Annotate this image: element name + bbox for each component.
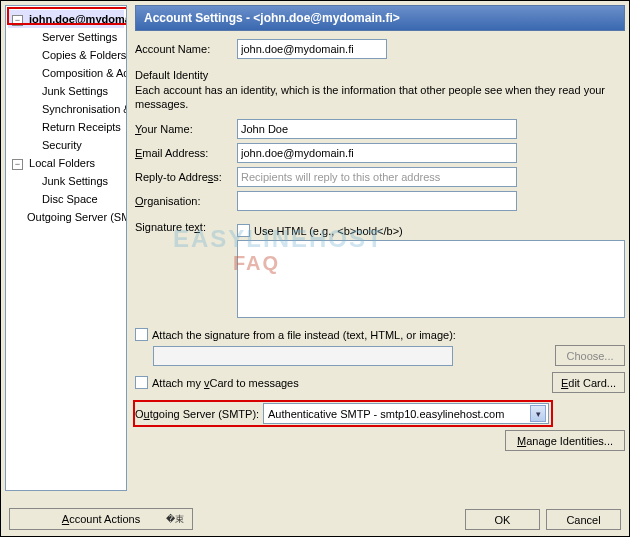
sidebar-item-lf-disc[interactable]: Disc Space bbox=[8, 190, 124, 208]
choose-button[interactable]: Choose... bbox=[555, 345, 625, 366]
reply-to-input[interactable] bbox=[237, 167, 517, 187]
default-identity-label: Default Identity bbox=[135, 69, 625, 81]
panel-title: Account Settings - <john.doe@mydomain.fi… bbox=[135, 5, 625, 31]
account-email-label: john.doe@mydomain.fi bbox=[29, 13, 127, 25]
signature-textarea[interactable] bbox=[237, 240, 625, 318]
ok-button[interactable]: OK bbox=[465, 509, 540, 530]
outgoing-server-value: Authenticative SMTP - smtp10.easylinehos… bbox=[268, 408, 504, 420]
organisation-input[interactable] bbox=[237, 191, 517, 211]
use-html-checkbox[interactable] bbox=[237, 224, 250, 237]
cancel-button[interactable]: Cancel bbox=[546, 509, 621, 530]
account-name-label: Account Name: bbox=[135, 43, 237, 55]
sidebar-item-junk[interactable]: Junk Settings bbox=[8, 82, 124, 100]
attach-sig-checkbox[interactable] bbox=[135, 328, 148, 341]
reply-to-label: Reply-to Address: bbox=[135, 171, 237, 183]
attach-sig-path-input bbox=[153, 346, 453, 366]
email-label: Email Address: bbox=[135, 147, 237, 159]
your-name-label: Your Name: bbox=[135, 123, 237, 135]
sidebar-item-lf-junk[interactable]: Junk Settings bbox=[8, 172, 124, 190]
collapse-icon[interactable]: − bbox=[12, 159, 23, 170]
sidebar-account-root[interactable]: − john.doe@mydomain.fi bbox=[8, 10, 124, 28]
sidebar-item-copies-folders[interactable]: Copies & Folders bbox=[8, 46, 124, 64]
email-input[interactable] bbox=[237, 143, 517, 163]
outgoing-server-label: Outgoing Server (SMTP): bbox=[135, 408, 263, 420]
local-folders-label: Local Folders bbox=[29, 157, 95, 169]
collapse-icon[interactable]: − bbox=[12, 15, 23, 26]
attach-vcard-checkbox[interactable] bbox=[135, 376, 148, 389]
use-html-label: Use HTML (e.g., <b>bold</b>) bbox=[254, 225, 403, 237]
caret-down-icon: �束 bbox=[166, 513, 184, 526]
sidebar-item-sync-storage[interactable]: Synchronisation & Storage bbox=[8, 100, 124, 118]
attach-sig-label: Attach the signature from a file instead… bbox=[152, 329, 456, 341]
signature-label: Signature text: bbox=[135, 221, 237, 233]
outgoing-row: Outgoing Server (SMTP): Authenticative S… bbox=[135, 403, 625, 424]
organisation-label: Organisation: bbox=[135, 195, 237, 207]
chevron-down-icon: ▾ bbox=[530, 405, 546, 422]
outgoing-server-select[interactable]: Authenticative SMTP - smtp10.easylinehos… bbox=[263, 403, 549, 424]
sidebar-item-return-receipts[interactable]: Return Receipts bbox=[8, 118, 124, 136]
account-tree: − john.doe@mydomain.fi Server Settings C… bbox=[5, 5, 127, 491]
identity-hint: Each account has an identity, which is t… bbox=[135, 83, 625, 111]
sidebar-item-security[interactable]: Security bbox=[8, 136, 124, 154]
sidebar-item-composition[interactable]: Composition & Addressing bbox=[8, 64, 124, 82]
sidebar-local-folders[interactable]: − Local Folders bbox=[8, 154, 124, 172]
attach-vcard-label: Attach my vCard to messages bbox=[152, 377, 299, 389]
sidebar-item-server-settings[interactable]: Server Settings bbox=[8, 28, 124, 46]
sidebar-outgoing-server[interactable]: Outgoing Server (SMTP) bbox=[8, 208, 124, 226]
manage-identities-button[interactable]: Manage Identities... bbox=[505, 430, 625, 451]
settings-panel: Account Settings - <john.doe@mydomain.fi… bbox=[133, 5, 625, 491]
account-actions-button[interactable]: Account Actions �束 bbox=[9, 508, 193, 530]
edit-card-button[interactable]: Edit Card... bbox=[552, 372, 625, 393]
account-name-input[interactable] bbox=[237, 39, 387, 59]
your-name-input[interactable] bbox=[237, 119, 517, 139]
